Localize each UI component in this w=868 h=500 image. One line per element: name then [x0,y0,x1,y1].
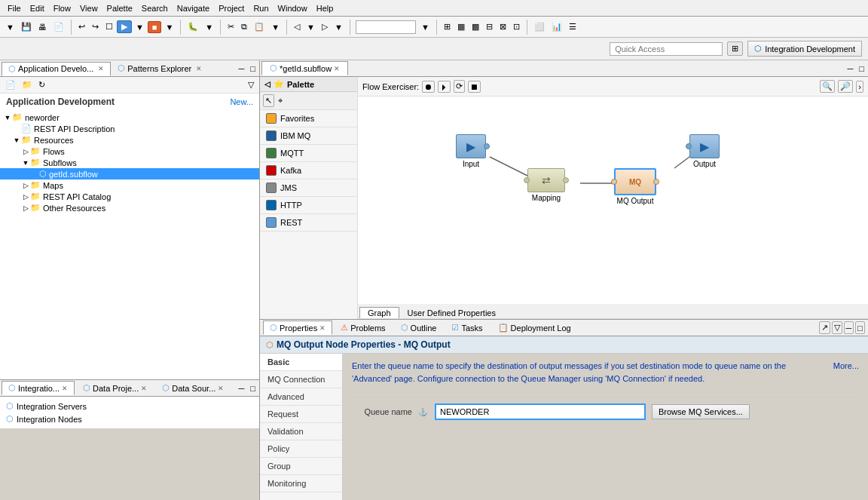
prop-tab-problems[interactable]: ⚠ Problems [334,321,392,335]
tree-toggle-subflows[interactable]: ▼ [21,159,30,167]
menu-search[interactable]: Search [137,2,173,14]
tree-item-subflows[interactable]: ▼ 📁 Subflows [0,157,259,168]
quick-access-icon-btn[interactable]: ⊞ [727,41,743,56]
bottom-panel-minimize[interactable]: ─ [237,382,247,394]
tree-item-getid-subflow[interactable]: ⬡ getId.subflow [0,168,259,179]
toolbar-paste-btn[interactable]: 📋 [251,20,267,33]
prop-tab-properties[interactable]: ⬡ Properties ✕ [263,321,332,335]
palette-back-btn[interactable]: ◁ [264,80,270,88]
panel-new-btn[interactable]: 📄 [3,78,18,91]
prop-maximize-btn[interactable]: □ [855,321,865,334]
editor-tab-close[interactable]: ✕ [334,65,340,72]
prop-tab-deployment[interactable]: 📋 Deployment Log [491,321,578,335]
toolbar-btn-3[interactable]: 📄 [50,20,67,33]
prop-tab-close[interactable]: ✕ [319,324,326,332]
graph-tab-udp[interactable]: User Defined Properties [399,307,504,318]
prop-nav-mq-connection[interactable]: MQ Connection [260,371,342,388]
toolbar-stop-btn[interactable]: ■ [148,21,162,33]
editor-tab-getid[interactable]: ⬡ *getId.subflow ✕ [261,61,348,75]
prop-tab-tasks[interactable]: ☑ Tasks [445,321,489,335]
prop-nav-basic[interactable]: Basic [260,354,342,371]
prop-nav-advanced[interactable]: Advanced [260,388,342,406]
flow-exerciser-record[interactable]: ⏺ [422,81,435,93]
palette-item-ibmmq[interactable]: IBM MQ [260,127,357,145]
toolbar-deploy-btn[interactable]: ▶ [117,20,132,33]
menu-help[interactable]: Help [312,2,338,14]
tab-app-dev[interactable]: ⬡ Application Develo... ✕ [2,62,111,76]
palette-tool-2[interactable]: ⌖ [276,94,285,107]
toolbar-new-btn[interactable]: ▼ [3,21,17,33]
menu-palette[interactable]: Palette [102,2,137,14]
tab-close-icon[interactable]: ✕ [98,65,104,72]
menu-run[interactable]: Run [249,2,273,14]
browse-mq-services-button[interactable]: Browse MQ Services... [652,404,750,419]
flow-exerciser-step[interactable]: ⟳ [454,80,465,93]
tab-data-sour-close[interactable]: ✕ [218,385,224,392]
toolbar-debug-dropdown[interactable]: ▼ [202,21,216,33]
palette-item-jms[interactable]: JMS [260,179,357,197]
tab-data-sour[interactable]: ⬡ Data Sour... ✕ [155,381,231,395]
toolbar-btn-5[interactable]: ☐ [102,20,116,33]
tree-item-maps[interactable]: ▷ 📁 Maps [0,179,259,191]
node-mapping[interactable]: ⇄ Mapping [527,168,565,202]
prop-open-btn[interactable]: ↗ [819,321,830,334]
panel-menu-btn[interactable]: ▽ [246,78,256,91]
toolbar-cut-btn[interactable]: ✂ [225,20,237,33]
tree-item-rest-api-desc[interactable]: 📄 REST API Description [0,123,259,134]
tab-patterns[interactable]: ⬡ Patterns Explorer ✕ [111,61,209,75]
toolbar-grid-btn5[interactable]: ⊠ [497,20,509,33]
prop-minimize-btn[interactable]: ─ [844,321,854,334]
toolbar-deploy-dropdown[interactable]: ▼ [133,21,147,33]
menu-window[interactable]: Window [274,2,312,14]
toolbar-window-btn[interactable]: ⬜ [531,20,548,33]
prop-tab-outline[interactable]: ⬡ Outline [394,321,444,335]
bottom-panel-maximize[interactable]: □ [248,382,258,394]
toolbar-back-btn[interactable]: ◁ [291,20,303,33]
toolbar-grid-btn3[interactable]: ▩ [469,20,482,33]
toolbar-copy-btn[interactable]: ⧉ [238,20,250,33]
toolbar-print-btn[interactable]: 🖶 [35,21,50,33]
toolbar-back-dropdown[interactable]: ▼ [304,21,318,33]
palette-tool-select[interactable]: ↖ [263,94,274,107]
toolbar-search-input[interactable] [356,20,416,34]
tree-item-flows[interactable]: ▷ 📁 Flows [0,146,259,157]
menu-file[interactable]: File [3,2,26,14]
tree-item-other-resources[interactable]: ▷ 📁 Other Resources [0,202,259,213]
prop-nav-group[interactable]: Group [260,458,342,475]
editor-minimize[interactable]: ─ [845,63,856,75]
toolbar-grid-btn4[interactable]: ⊟ [483,20,496,33]
panel-open-btn[interactable]: 📁 [20,78,35,91]
menu-edit[interactable]: Edit [26,2,49,14]
integration-dev-button[interactable]: ⬡ Integration Development [747,41,862,57]
editor-maximize[interactable]: □ [857,63,866,75]
flow-scroll-right[interactable]: › [856,81,863,93]
menu-navigate[interactable]: Navigate [173,2,214,14]
integration-nodes-item[interactable]: ⬡ Integration Nodes [3,413,256,425]
palette-item-mqtt[interactable]: MQTT [260,145,357,162]
prop-nav-policy[interactable]: Policy [260,440,342,458]
graph-tab-graph[interactable]: Graph [359,307,399,318]
integration-servers-item[interactable]: ⬡ Integration Servers [3,400,256,413]
menu-project[interactable]: Project [214,2,249,14]
node-input[interactable]: ▶ Input [456,134,486,168]
toolbar-fwd-btn[interactable]: ▷ [319,20,331,33]
toolbar-fwd-dropdown[interactable]: ▼ [332,21,346,33]
flow-canvas[interactable]: ▶ Input ⇄ Mapping [358,97,868,304]
toolbar-debug-btn[interactable]: 🐛 [185,20,201,33]
flow-exerciser-play[interactable]: ⏵ [438,81,451,93]
tree-toggle-resources[interactable]: ▼ [12,137,21,144]
toolbar-paste-dropdown[interactable]: ▼ [268,21,283,33]
node-output[interactable]: ▶ Output [689,134,720,168]
prop-dropdown-btn[interactable]: ▽ [832,321,842,334]
new-link[interactable]: New... [230,97,253,106]
toolbar-stop-dropdown[interactable]: ▼ [162,21,176,33]
menu-view[interactable]: View [75,2,102,14]
flow-zoom-in[interactable]: 🔍 [820,80,835,93]
tab-data-proj[interactable]: ⬡ Data Proje... ✕ [76,381,154,395]
flow-exerciser-stop[interactable]: ⏹ [468,81,481,93]
queue-name-input[interactable] [435,403,646,420]
tab-data-proj-close[interactable]: ✕ [141,385,147,392]
tree-item-neworder[interactable]: ▼ 📁 neworder [0,112,259,123]
toolbar-grid-btn[interactable]: ⊞ [441,20,454,33]
toolbar-grid-btn6[interactable]: ⊡ [510,20,523,33]
